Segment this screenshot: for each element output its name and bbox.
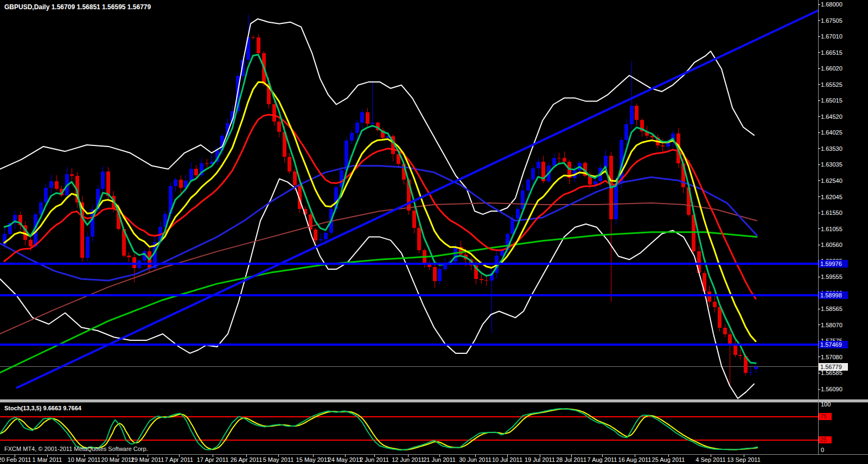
price-axis-label: 1.67010 (821, 34, 843, 40)
date-axis-label: 1 Mar 2011 (33, 456, 62, 463)
price-axis-label: 1.58565 (821, 306, 843, 312)
candles-layer (3, 15, 758, 386)
date-axis-label: 4 Sep 2011 (695, 456, 725, 463)
price-axis-label: 1.63035 (821, 162, 843, 168)
date-axis-label: 20 Mar 2011 (101, 456, 135, 463)
price-axis-label: 1.59555 (821, 274, 843, 280)
price-axis-label: 1.61550 (821, 210, 843, 216)
date-axis-label: 24 May 2011 (328, 456, 362, 463)
price-axis-label: 1.66515 (821, 50, 843, 56)
copyright-text: FXCM MT4, © 2001-2011 MetaQuotes Softwar… (4, 446, 148, 452)
price-axis-label: 1.58070 (821, 322, 843, 328)
price-axis-label: 1.66020 (821, 66, 843, 72)
date-axis-label: 7 Apr 2011 (165, 456, 193, 463)
date-axis-label: 15 May 2011 (296, 456, 330, 463)
date-axis-label: 29 Mar 2011 (131, 456, 164, 463)
date-axis-label: 13 Sep 2011 (727, 456, 761, 463)
date-axis-label: 30 Jun 2011 (459, 456, 492, 463)
price-axis-label: 1.60560 (821, 242, 843, 248)
stoch-scale-max: 100 (821, 402, 831, 408)
date-axis-label: 19 Jul 2011 (525, 456, 555, 463)
symbol-ohlc-header: GBPUSD,Daily 1.56709 1.56851 1.56595 1.5… (4, 3, 151, 11)
hline-price-tag: 1.58998 (819, 291, 848, 299)
price-axis-label: 1.56585 (821, 370, 843, 376)
date-axis-label: 28 Jul 2011 (556, 456, 586, 463)
stoch-lower-level-tag: 25 (819, 436, 832, 443)
date-axis-label: 20 Feb 2011 (0, 456, 31, 463)
date-axis-label: 25 Aug 2011 (652, 456, 685, 463)
price-axis-label: 1.61055 (821, 226, 843, 232)
hline-price-tag: 1.59976 (819, 260, 848, 268)
stoch-upper-level-tag: 75 (819, 413, 832, 420)
price-axis-label: 1.56090 (821, 386, 843, 392)
stochastic-label: Stoch(13,3,5) 9.6663 9.7664 (4, 405, 81, 411)
price-axis-label: 1.62045 (821, 194, 843, 200)
stoch-scale-min: 0 (821, 447, 824, 453)
mt4-chart-window[interactable]: GBPUSD,Daily 1.56709 1.56851 1.56595 1.5… (0, 0, 868, 464)
price-axis-label: 1.64025 (821, 130, 843, 136)
price-axis-label: 1.68000 (821, 2, 843, 8)
date-axis-label: 17 Apr 2011 (197, 456, 229, 463)
date-axis-label: 7 Aug 2011 (588, 456, 617, 463)
date-axis-label: 26 Apr 2011 (231, 456, 263, 463)
date-axis-label: 5 May 2011 (263, 456, 294, 463)
price-axis-label: 1.57080 (821, 354, 843, 360)
price-axis-label: 1.62540 (821, 178, 843, 184)
current-price-tag: 1.56779 (819, 363, 848, 371)
date-axis-label: 12 Jun 2011 (392, 456, 424, 463)
date-axis-label: 10 Jul 2011 (492, 456, 522, 463)
date-axis-label: 10 Mar 2011 (68, 456, 101, 463)
hline-price-tag: 1.57469 (819, 341, 848, 348)
date-axis-label: 2 Jun 2011 (360, 456, 389, 463)
chart-canvas[interactable] (0, 0, 868, 464)
price-axis-label: 1.65525 (821, 82, 843, 88)
price-axis-label: 1.64520 (821, 114, 843, 120)
price-axis-label: 1.65015 (821, 98, 843, 104)
price-axis-label: 1.67505 (821, 18, 843, 24)
date-axis-label: 16 Aug 2011 (618, 456, 652, 463)
date-axis-label: 21 Jun 2011 (423, 456, 456, 463)
price-axis-label: 1.63530 (821, 146, 843, 152)
